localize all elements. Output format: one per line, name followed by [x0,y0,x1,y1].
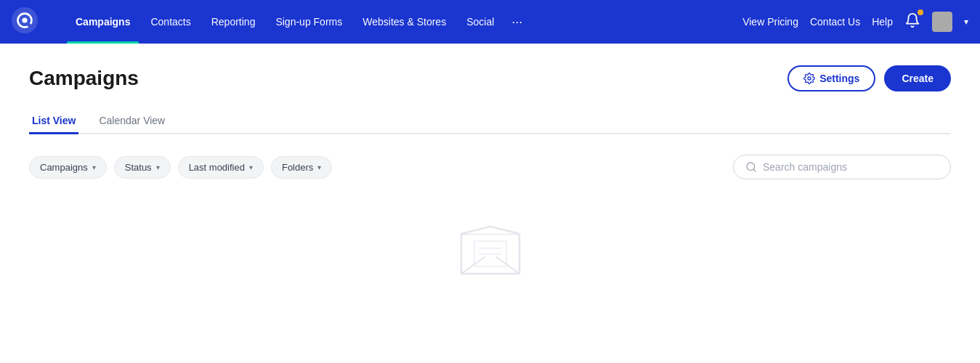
chevron-down-icon: ▾ [249,163,253,171]
empty-envelope-icon [454,223,527,281]
filter-campaigns[interactable]: Campaigns ▾ [29,156,107,179]
tab-calendar-view[interactable]: Calendar View [96,109,168,134]
filter-folders[interactable]: Folders ▾ [271,156,332,179]
svg-line-4 [753,169,756,171]
notifications-bell[interactable] [904,12,920,31]
view-tabs: List View Calendar View [29,109,951,134]
chevron-down-icon: ▾ [317,163,321,171]
nav-contact-us[interactable]: Contact Us [810,16,860,28]
filter-status-label: Status [125,162,152,173]
main-content: Campaigns Settings Create List View Cale… [0,44,980,295]
notification-badge [918,9,923,15]
user-avatar[interactable] [932,12,952,32]
gear-icon [803,73,815,84]
account-chevron-icon[interactable]: ▾ [964,17,968,27]
settings-label: Settings [819,73,859,84]
nav-signup-forms[interactable]: Sign-up Forms [267,10,351,33]
nav-right: View Pricing Contact Us Help ▾ [742,12,968,32]
nav-more[interactable]: ··· [506,12,528,33]
chevron-down-icon: ▾ [156,163,160,171]
page-header: Campaigns Settings Create [29,65,951,91]
header-actions: Settings Create [787,65,951,91]
nav-reporting[interactable]: Reporting [203,10,264,33]
chevron-down-icon: ▾ [92,163,96,171]
create-button[interactable]: Create [884,65,951,91]
filter-folders-label: Folders [282,162,313,173]
empty-state [29,208,951,281]
search-input[interactable] [763,161,939,173]
logo[interactable] [12,7,52,36]
settings-button[interactable]: Settings [787,65,875,91]
nav-social[interactable]: Social [458,10,503,33]
filter-campaigns-label: Campaigns [40,162,88,173]
filters-left: Campaigns ▾ Status ▾ Last modified ▾ Fol… [29,156,332,179]
page-title: Campaigns [29,67,139,90]
filter-last-modified[interactable]: Last modified ▾ [178,156,264,179]
nav-websites-stores[interactable]: Websites & Stores [354,10,455,33]
svg-point-2 [808,77,811,80]
nav-campaigns[interactable]: Campaigns [67,10,139,33]
nav-contacts[interactable]: Contacts [142,10,199,33]
filters-row: Campaigns ▾ Status ▾ Last modified ▾ Fol… [29,155,951,179]
svg-point-1 [22,17,27,23]
search-box[interactable] [733,155,951,179]
nav-links: Campaigns Contacts Reporting Sign-up For… [67,10,742,33]
navigation: Campaigns Contacts Reporting Sign-up For… [0,0,980,44]
nav-view-pricing[interactable]: View Pricing [742,16,798,28]
filter-last-modified-label: Last modified [189,162,245,173]
search-icon [745,161,757,173]
filter-status[interactable]: Status ▾ [114,156,171,179]
tab-list-view[interactable]: List View [29,109,78,134]
nav-help[interactable]: Help [872,16,893,28]
